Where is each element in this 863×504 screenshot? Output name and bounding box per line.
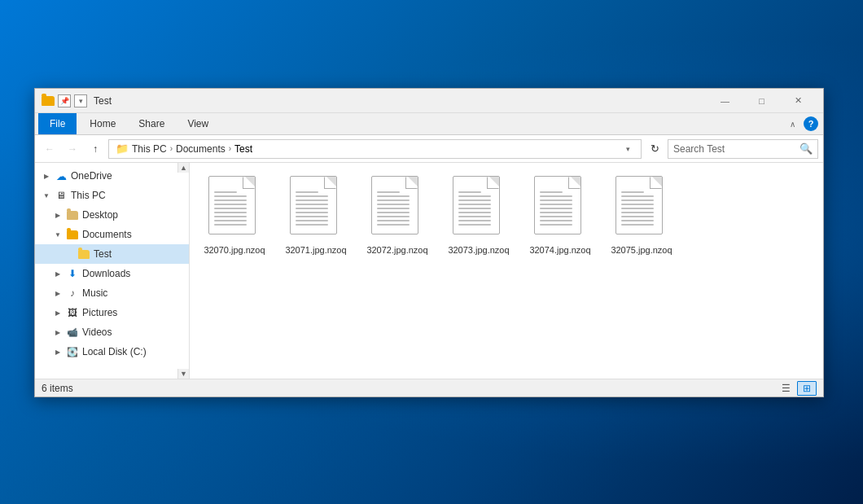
tab-share[interactable]: Share	[127, 113, 176, 134]
sidebar-scroll-up[interactable]: ▲	[177, 163, 189, 173]
pictures-icon: 🖼	[66, 306, 79, 319]
sidebar-item-this-pc[interactable]: ▼ 🖥 This PC	[35, 186, 189, 205]
downloads-icon: ⬇	[66, 267, 79, 280]
tab-home[interactable]: Home	[78, 113, 127, 134]
file-item[interactable]: 32071.jpg.nzoq	[279, 171, 353, 370]
close-button[interactable]: ✕	[780, 89, 817, 113]
quick-access-pin2[interactable]: ▾	[74, 94, 87, 107]
search-box[interactable]: 🔍	[668, 139, 818, 159]
file-name: 32073.jpg.nzoq	[448, 244, 509, 256]
downloads-label: Downloads	[82, 268, 184, 279]
help-icon[interactable]: ?	[804, 116, 818, 131]
documents-label: Documents	[82, 229, 184, 240]
file-name: 32071.jpg.nzoq	[285, 244, 346, 256]
breadcrumb-this-pc[interactable]: This PC	[132, 143, 167, 155]
file-item[interactable]: 32075.jpg.nzoq	[605, 171, 678, 370]
local-disk-label: Local Disk (C:)	[82, 346, 184, 357]
sidebar-item-pictures[interactable]: ▶ 🖼 Pictures	[35, 303, 189, 322]
onedrive-label: OneDrive	[71, 170, 184, 182]
tab-file[interactable]: File	[38, 113, 77, 134]
file-icon	[534, 176, 586, 241]
test-folder-icon	[77, 248, 90, 261]
title-bar-icons: 📌 ▾	[42, 94, 87, 107]
expand-videos[interactable]: ▶	[53, 327, 63, 337]
window-title: Test	[94, 95, 707, 107]
videos-label: Videos	[82, 327, 184, 338]
documents-folder-icon	[66, 228, 79, 241]
sidebar-scroll-down[interactable]: ▼	[177, 369, 189, 379]
minimize-button[interactable]: —	[707, 89, 743, 113]
expand-documents[interactable]: ▼	[53, 230, 63, 239]
expand-local-disk[interactable]: ▶	[53, 347, 63, 357]
file-name: 32070.jpg.nzoq	[204, 244, 265, 256]
file-name: 32074.jpg.nzoq	[529, 244, 590, 256]
address-bar: ← → ↑ 📁 This PC › Documents › Test ▾ ↻ 🔍	[35, 135, 823, 163]
maximize-button[interactable]: □	[743, 89, 780, 113]
desktop-folder-icon	[66, 208, 79, 221]
status-bar: 6 items ☰ ⊞	[35, 379, 823, 397]
large-icons-view-button[interactable]: ⊞	[797, 381, 817, 396]
file-icon	[615, 176, 668, 241]
desktop-label: Desktop	[82, 209, 184, 221]
music-icon: ♪	[66, 287, 79, 300]
back-button[interactable]: ←	[40, 139, 59, 159]
expand-downloads[interactable]: ▶	[53, 269, 63, 278]
sidebar-item-desktop[interactable]: ▶ Desktop	[35, 205, 189, 225]
tab-view[interactable]: View	[176, 113, 220, 134]
ribbon-tabs: File Home Share View	[35, 113, 223, 134]
file-explorer-window: 📌 ▾ Test — □ ✕ File Home Share View ∧ ? …	[34, 88, 824, 397]
file-icon	[453, 176, 505, 241]
sidebar-item-music[interactable]: ▶ ♪ Music	[35, 283, 189, 303]
test-label: Test	[94, 248, 184, 260]
refresh-button[interactable]: ↻	[645, 139, 664, 159]
cloud-icon: ☁	[55, 169, 68, 182]
file-icon	[290, 176, 342, 241]
file-name: 32072.jpg.nzoq	[366, 244, 427, 256]
sidebar-item-downloads[interactable]: ▶ ⬇ Downloads	[35, 264, 189, 283]
file-icon	[208, 176, 261, 241]
expand-onedrive[interactable]: ▶	[42, 171, 51, 181]
address-box[interactable]: 📁 This PC › Documents › Test ▾	[108, 139, 642, 159]
sidebar: ▲ ▶ ☁ OneDrive ▼ 🖥 This PC ▶ Desktop	[35, 163, 190, 379]
view-buttons: ☰ ⊞	[776, 381, 817, 396]
up-button[interactable]: ↑	[85, 139, 105, 159]
window-controls: — □ ✕	[707, 89, 817, 113]
ribbon: File Home Share View ∧ ?	[35, 113, 823, 135]
breadcrumb-test[interactable]: Test	[234, 143, 252, 155]
pc-icon: 🖥	[55, 189, 68, 202]
address-dropdown-icon[interactable]: ▾	[621, 145, 634, 153]
sidebar-item-documents[interactable]: ▼ Documents	[35, 225, 189, 244]
forward-button[interactable]: →	[63, 139, 82, 159]
file-item[interactable]: 32072.jpg.nzoq	[361, 171, 434, 370]
sidebar-item-local-disk[interactable]: ▶ 💽 Local Disk (C:)	[35, 342, 189, 362]
quick-access-pin[interactable]: 📌	[58, 94, 71, 107]
title-bar: 📌 ▾ Test — □ ✕	[35, 89, 823, 113]
breadcrumb-documents[interactable]: Documents	[176, 143, 226, 155]
this-pc-label: This PC	[71, 190, 184, 201]
music-label: Music	[82, 287, 184, 299]
status-item-count: 6 items	[42, 383, 776, 394]
file-item[interactable]: 32070.jpg.nzoq	[198, 171, 271, 370]
ribbon-collapse-icon[interactable]: ∧	[785, 118, 800, 130]
search-icon[interactable]: 🔍	[799, 142, 813, 155]
file-item[interactable]: 32074.jpg.nzoq	[523, 171, 597, 370]
disk-icon: 💽	[66, 345, 79, 358]
breadcrumb-sep-1: ›	[170, 144, 173, 153]
expand-this-pc[interactable]: ▼	[42, 191, 51, 200]
breadcrumb-sep-2: ›	[229, 144, 231, 153]
file-name: 32075.jpg.nzoq	[611, 244, 672, 256]
expand-music[interactable]: ▶	[53, 288, 63, 298]
expand-desktop[interactable]: ▶	[53, 210, 63, 220]
search-input[interactable]	[673, 143, 796, 155]
videos-icon: 📹	[66, 326, 79, 339]
file-item[interactable]: 32073.jpg.nzoq	[442, 171, 515, 370]
content-area: 32070.jpg.nzoq32071.jpg.nzoq32072.jpg.nz…	[190, 163, 823, 379]
expand-pictures[interactable]: ▶	[53, 308, 63, 318]
sidebar-item-onedrive[interactable]: ▶ ☁ OneDrive	[35, 166, 189, 186]
window-folder-icon	[42, 94, 55, 107]
sidebar-item-test[interactable]: Test	[35, 244, 189, 264]
main-area: ▲ ▶ ☁ OneDrive ▼ 🖥 This PC ▶ Desktop	[35, 163, 823, 379]
sidebar-item-videos[interactable]: ▶ 📹 Videos	[35, 322, 189, 342]
file-icon	[371, 176, 423, 241]
details-view-button[interactable]: ☰	[776, 381, 795, 396]
